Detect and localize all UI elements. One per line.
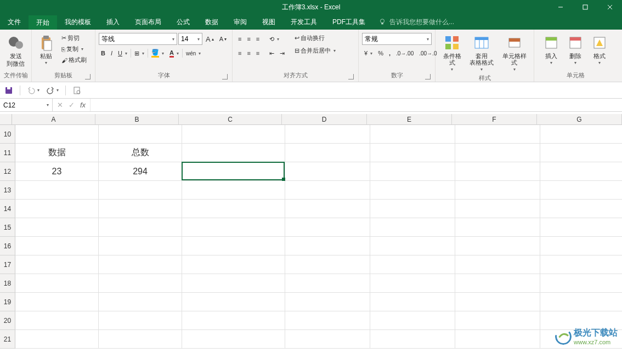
- row-header[interactable]: 15: [0, 218, 15, 237]
- cell[interactable]: [540, 162, 622, 181]
- comma-style-button[interactable]: ,: [387, 49, 393, 58]
- column-header[interactable]: G: [537, 114, 622, 125]
- row-header[interactable]: 10: [0, 125, 15, 144]
- align-left-button[interactable]: ≡: [236, 49, 244, 58]
- cell[interactable]: [15, 181, 99, 200]
- formula-input[interactable]: [91, 99, 622, 111]
- column-header[interactable]: C: [179, 114, 282, 125]
- cells-area[interactable]: 数据总数23294: [15, 125, 622, 349]
- column-header[interactable]: D: [282, 114, 367, 125]
- cell[interactable]: [99, 293, 182, 311]
- dialog-launcher-icon[interactable]: [222, 74, 228, 79]
- cell[interactable]: [455, 125, 540, 144]
- cell[interactable]: [540, 218, 622, 237]
- tab-data[interactable]: 数据: [197, 14, 226, 30]
- redo-button[interactable]: ▾: [46, 86, 59, 95]
- cell[interactable]: [540, 293, 622, 311]
- cell[interactable]: [285, 311, 370, 330]
- cell[interactable]: [370, 200, 455, 218]
- maximize-button[interactable]: [573, 0, 597, 14]
- format-cells-button[interactable]: 格式▾: [589, 33, 610, 66]
- save-button[interactable]: [4, 86, 13, 95]
- decrease-font-button[interactable]: A▾: [217, 35, 229, 43]
- cell[interactable]: [540, 255, 622, 274]
- increase-indent-button[interactable]: ⇥: [278, 49, 287, 58]
- fill-handle[interactable]: [282, 178, 285, 181]
- fill-color-button[interactable]: 🪣▾: [149, 48, 166, 59]
- cell[interactable]: [15, 200, 99, 218]
- merge-center-button[interactable]: ⊟合并后居中▾: [292, 46, 338, 56]
- cell[interactable]: [182, 274, 285, 293]
- cell[interactable]: [285, 274, 370, 293]
- cell[interactable]: [285, 200, 370, 218]
- format-as-table-button[interactable]: 套用 表格格式▾: [467, 33, 496, 73]
- cell[interactable]: [99, 181, 182, 200]
- tab-file[interactable]: 文件: [0, 14, 29, 30]
- cell[interactable]: [285, 162, 370, 181]
- orientation-button[interactable]: ⟲▾: [267, 35, 281, 44]
- column-header[interactable]: F: [452, 114, 537, 125]
- cell[interactable]: [182, 181, 285, 200]
- cell[interactable]: [15, 330, 99, 349]
- dialog-launcher-icon[interactable]: [348, 74, 354, 79]
- cell[interactable]: [182, 144, 285, 162]
- cell[interactable]: [370, 162, 455, 181]
- cell[interactable]: [455, 274, 540, 293]
- cell[interactable]: [370, 311, 455, 330]
- cell[interactable]: [15, 274, 99, 293]
- minimize-button[interactable]: [548, 0, 573, 14]
- tab-developer[interactable]: 开发工具: [283, 14, 325, 30]
- cell[interactable]: [285, 330, 370, 349]
- cell[interactable]: [182, 200, 285, 218]
- row-header[interactable]: 12: [0, 162, 15, 181]
- cell[interactable]: [99, 125, 182, 144]
- cell[interactable]: [370, 255, 455, 274]
- cell[interactable]: [182, 125, 285, 144]
- row-header[interactable]: 14: [0, 200, 15, 218]
- print-preview-button[interactable]: [72, 86, 81, 95]
- cell[interactable]: [99, 311, 182, 330]
- cell[interactable]: [370, 293, 455, 311]
- cell[interactable]: [285, 144, 370, 162]
- cell[interactable]: [285, 181, 370, 200]
- row-header[interactable]: 13: [0, 181, 15, 200]
- send-to-wechat-button[interactable]: 发送 到微信: [4, 33, 27, 68]
- cell[interactable]: [540, 200, 622, 218]
- cell[interactable]: [540, 237, 622, 255]
- cell[interactable]: [455, 200, 540, 218]
- cell[interactable]: [15, 293, 99, 311]
- bold-button[interactable]: B: [99, 49, 108, 58]
- cell[interactable]: [99, 237, 182, 255]
- cell[interactable]: [285, 255, 370, 274]
- delete-cells-button[interactable]: 删除▾: [564, 33, 586, 66]
- cell[interactable]: [182, 237, 285, 255]
- fx-button[interactable]: fx: [80, 101, 86, 109]
- tab-home[interactable]: 开始: [29, 14, 57, 30]
- name-box[interactable]: C12▾: [0, 99, 53, 111]
- cell[interactable]: [15, 255, 99, 274]
- row-header[interactable]: 20: [0, 311, 15, 330]
- copy-button[interactable]: ⎘复制▾: [59, 44, 89, 54]
- cell[interactable]: [370, 330, 455, 349]
- cell[interactable]: [182, 255, 285, 274]
- row-header[interactable]: 18: [0, 274, 15, 293]
- row-header[interactable]: 21: [0, 330, 15, 349]
- cell[interactable]: [455, 293, 540, 311]
- cell[interactable]: [370, 125, 455, 144]
- row-header[interactable]: 16: [0, 237, 15, 255]
- increase-decimal-button[interactable]: .0→.00: [394, 49, 416, 58]
- enter-formula-button[interactable]: ✓: [69, 101, 75, 109]
- cell[interactable]: [370, 218, 455, 237]
- cell[interactable]: [15, 311, 99, 330]
- cell[interactable]: [99, 200, 182, 218]
- font-color-button[interactable]: A▾: [167, 48, 181, 59]
- cell[interactable]: [455, 144, 540, 162]
- insert-cells-button[interactable]: 插入▾: [540, 33, 562, 66]
- cell[interactable]: [540, 181, 622, 200]
- italic-button[interactable]: I: [109, 49, 115, 58]
- cell[interactable]: [15, 125, 99, 144]
- paste-button[interactable]: 粘贴 ▾: [35, 33, 57, 66]
- cancel-formula-button[interactable]: ✕: [57, 101, 63, 109]
- column-header[interactable]: A: [12, 114, 95, 125]
- underline-button[interactable]: U▾: [116, 49, 129, 58]
